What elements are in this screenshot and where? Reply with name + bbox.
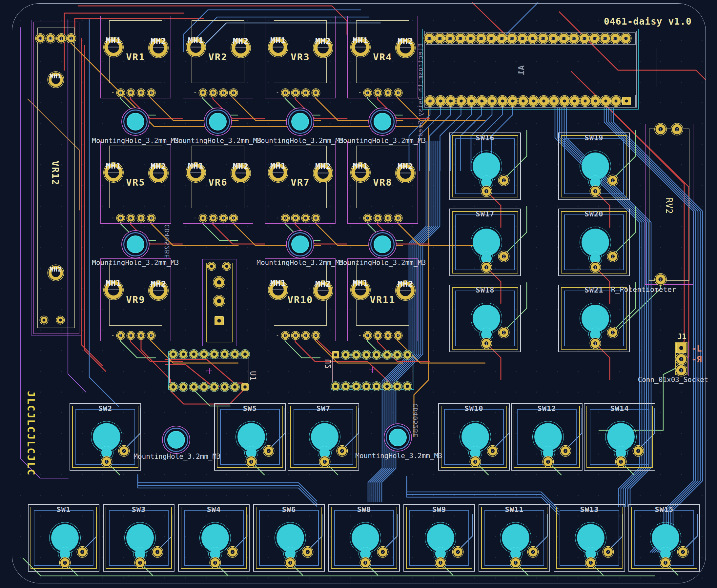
vr-mh2-pad[interactable]: MH2 — [153, 168, 164, 179]
header-pin1-pad[interactable]: 1 — [622, 97, 631, 105]
header-pin-pad[interactable]: 34 — [562, 37, 565, 40]
u2-pad[interactable] — [385, 353, 389, 356]
switch-sw7[interactable]: SW712 — [288, 403, 359, 470]
header-pin-pad[interactable]: 9 — [542, 100, 545, 103]
vr-mh1-pad[interactable]: MH1 — [108, 42, 119, 53]
vr-module-vr5[interactable]: MH1MH2VR5-1234 — [100, 141, 171, 224]
vr-mh1-pad[interactable]: MH1 — [190, 42, 202, 53]
vr-pin-pad[interactable]: 1 — [284, 334, 287, 337]
sw-pad-2[interactable]: 2 — [611, 254, 615, 258]
vr-mh1-pad[interactable]: MH1 — [108, 167, 119, 178]
vr-pin-pad[interactable]: 2 — [130, 334, 132, 337]
switch-sw3[interactable]: SW312 — [103, 504, 174, 572]
sw-pad-1[interactable]: 1 — [439, 561, 442, 565]
sw-pad-1[interactable]: 1 — [105, 460, 109, 464]
u1-pad[interactable] — [182, 353, 185, 356]
vr-pin-pad[interactable]: 1 — [366, 334, 369, 337]
mounting-hole[interactable] — [292, 113, 308, 130]
header-pin-pad[interactable]: 25 — [469, 37, 472, 40]
sw-ref-label[interactable]: SW15 — [629, 505, 699, 513]
vr-module-vr11[interactable]: MH1MH2VR11-1234 — [347, 258, 418, 341]
vr-mh1-pad[interactable]: MH1 — [355, 167, 366, 178]
sw-pad-1[interactable]: 1 — [484, 341, 488, 345]
u1-pad[interactable] — [171, 385, 175, 388]
vr-module-vr9[interactable]: MH1MH2VR9-1234 — [100, 258, 171, 341]
j1-pad[interactable]: 3 — [679, 368, 683, 373]
u1-pad[interactable] — [203, 385, 206, 388]
switch-sw10[interactable]: SW1012 — [438, 403, 510, 470]
sw-pad-2[interactable]: 2 — [681, 550, 685, 554]
sw-ref-label[interactable]: SW5 — [215, 404, 285, 413]
vr-mh2-pad[interactable]: MH2 — [317, 285, 329, 296]
u2-pad[interactable] — [344, 385, 347, 388]
vr-pin-pad[interactable]: 4 — [150, 217, 153, 220]
vr-module-vr3[interactable]: MH1MH2VR3-1234 — [265, 16, 336, 98]
vr-ref-label[interactable]: VR7 — [291, 177, 310, 188]
vr-pin-pad[interactable]: 4 — [232, 91, 235, 94]
switch-sw19[interactable]: SW1912 — [558, 132, 630, 200]
vr12-ref-label[interactable]: VR12 — [50, 161, 61, 185]
rv2-value-label[interactable]: R_Potentiometer — [611, 285, 676, 294]
sw-pad-2[interactable]: 2 — [502, 178, 506, 182]
header-pin-pad[interactable]: 35 — [573, 37, 576, 40]
pcb-canvas[interactable]: MH1MH2VR1-1234MH1MH2VR2-1234MH1MH2VR3-12… — [0, 0, 717, 588]
u1-pad[interactable] — [213, 353, 216, 356]
sw-pad-2[interactable]: 2 — [122, 449, 126, 453]
vr-pin-pad[interactable]: 4 — [397, 217, 400, 220]
vr-pin-pad[interactable]: 3 — [222, 91, 225, 94]
vr12-mh1-pad[interactable]: MH1 — [51, 76, 60, 84]
vr12-pad[interactable] — [59, 319, 62, 322]
header-pin-pad[interactable]: 21 — [428, 37, 431, 40]
vr-pin-pad[interactable]: 2 — [377, 217, 379, 220]
vr-pin-pad[interactable]: 2 — [130, 91, 132, 94]
sw-pad-1[interactable]: 1 — [363, 561, 367, 565]
header-pin-pad[interactable]: 7 — [563, 100, 566, 103]
vr-ref-label[interactable]: VR8 — [373, 177, 392, 188]
header-pin-pad[interactable]: 29 — [511, 37, 514, 40]
header-pin-pad[interactable]: 32 — [542, 37, 545, 40]
vr-mh1-pad[interactable]: MH1 — [190, 167, 202, 178]
u2-pad[interactable] — [396, 353, 399, 356]
u1-pad[interactable] — [233, 353, 236, 356]
header-pin-pad[interactable]: 36 — [583, 37, 586, 40]
vr-module-vr4[interactable]: MH1MH2VR4-1234 — [347, 16, 418, 98]
u1-pad[interactable] — [223, 353, 226, 356]
sw-pad-1[interactable]: 1 — [514, 561, 518, 565]
switch-sw2[interactable]: SW212 — [69, 403, 141, 470]
sw-pad-2[interactable]: 2 — [611, 178, 615, 182]
sw-pad-1[interactable]: 1 — [593, 189, 597, 193]
header-pin-pad[interactable]: 23 — [449, 37, 452, 40]
switch-sw20[interactable]: SW2012 — [558, 209, 630, 276]
header-pin-pad[interactable]: 17 — [460, 100, 462, 103]
vr-pin-pad[interactable]: 2 — [377, 334, 379, 337]
switch-sw4[interactable]: SW412 — [178, 504, 250, 572]
header-pin-pad[interactable]: 19 — [439, 100, 442, 103]
sw-pad-2[interactable]: 2 — [611, 331, 615, 335]
vr-ref-label[interactable]: VR1 — [126, 51, 145, 63]
vr-module-vr2[interactable]: MH1MH2VR2-1234 — [183, 16, 253, 98]
header-pin-pad[interactable]: 38 — [604, 37, 607, 40]
vr-pin-pad[interactable]: 3 — [387, 91, 390, 94]
vr-mh2-pad[interactable]: MH2 — [235, 168, 246, 179]
vr-mh1-pad[interactable]: MH1 — [273, 284, 284, 295]
sw-pad-2[interactable]: 2 — [155, 550, 160, 554]
sw-ref-label[interactable]: SW4 — [179, 505, 249, 513]
vr12-pad[interactable]: 1 — [60, 37, 63, 40]
sw-pad-1[interactable]: 1 — [484, 189, 488, 193]
sw-pad-1[interactable]: 1 — [473, 460, 477, 464]
j1-value-label[interactable]: Conn_01x03_Socket — [638, 376, 709, 384]
j1-ref-label[interactable]: J1 — [677, 332, 687, 341]
sw-pad-1[interactable]: 1 — [249, 460, 253, 464]
vr-pin-pad[interactable]: 4 — [397, 91, 400, 94]
j1-pad[interactable]: 2 — [679, 357, 683, 361]
vr12-mh2-pad[interactable]: MH2 — [51, 269, 60, 277]
header-pin-pad[interactable]: 18 — [449, 100, 452, 103]
u2-pad[interactable] — [355, 353, 358, 356]
switch-sw14[interactable]: SW1412 — [584, 403, 655, 470]
u1-pad[interactable] — [233, 385, 236, 388]
header-pin-pad[interactable]: 28 — [500, 37, 503, 40]
rv2-pad[interactable]: 1 — [659, 127, 663, 131]
vr-mh1-pad[interactable]: MH1 — [273, 167, 284, 178]
header-pin-pad[interactable]: 13 — [501, 100, 504, 103]
vr-pin-pad[interactable]: 3 — [304, 217, 307, 220]
